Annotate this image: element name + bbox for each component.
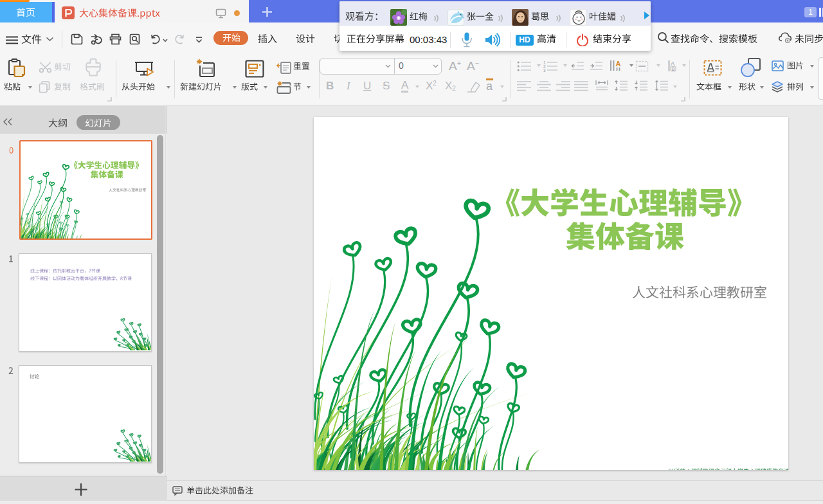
- svg-text:3: 3: [543, 68, 546, 73]
- svg-text:A: A: [616, 60, 621, 68]
- svg-text:B: B: [672, 66, 675, 72]
